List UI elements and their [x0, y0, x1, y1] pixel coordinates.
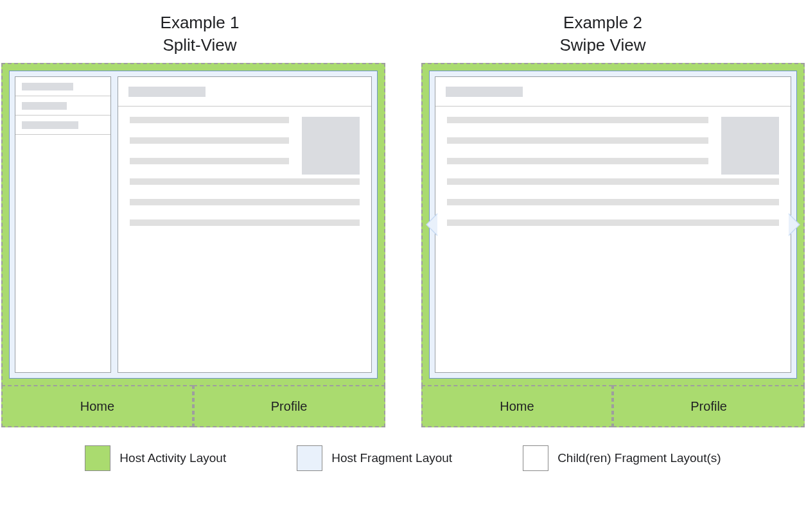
- tab-home-label: Home: [500, 399, 534, 414]
- tab-home[interactable]: Home: [1, 385, 193, 427]
- host-activity-layout-1: [1, 63, 385, 386]
- example2-title-line2: Swipe View: [560, 34, 646, 56]
- legend-item-child-fragment: Child(ren) Fragment Layout(s): [523, 445, 721, 471]
- detail-header: [118, 77, 371, 107]
- titles-row: Example 1 Split-View Example 2 Swipe Vie…: [0, 0, 806, 63]
- placeholder-bar: [22, 121, 78, 129]
- placeholder-line: [447, 158, 709, 164]
- detail-header: [435, 77, 791, 107]
- child-fragment-detail: [118, 76, 372, 373]
- tab-home-label: Home: [80, 399, 114, 414]
- tab-profile-label: Profile: [690, 399, 727, 414]
- placeholder-line: [447, 117, 709, 123]
- placeholder-line: [447, 219, 780, 226]
- list-item: [15, 96, 110, 116]
- host-fragment-layout-1: [9, 71, 378, 379]
- example1: Home Profile: [1, 63, 385, 427]
- legend-swatch-white: [523, 445, 548, 471]
- legend-item-host-fragment: Host Fragment Layout: [297, 445, 452, 471]
- legend-label-host-fragment: Host Fragment Layout: [331, 451, 452, 465]
- tab-profile-label: Profile: [271, 399, 308, 414]
- placeholder-line: [447, 178, 780, 185]
- placeholder-line: [130, 158, 289, 164]
- placeholder-title: [128, 87, 206, 97]
- example1-title: Example 1 Split-View: [161, 12, 240, 56]
- placeholder-bar: [22, 102, 67, 110]
- tab-home[interactable]: Home: [421, 385, 613, 427]
- placeholder-bar: [22, 83, 73, 90]
- placeholder-thumbnail: [302, 117, 360, 175]
- placeholder-line: [130, 137, 289, 144]
- host-fragment-layout-2: [429, 71, 798, 379]
- legend-item-host-activity: Host Activity Layout: [85, 445, 226, 471]
- placeholder-line: [130, 199, 360, 205]
- legend-swatch-blue: [297, 445, 322, 471]
- placeholder-line: [130, 219, 360, 226]
- legend-label-child-fragment: Child(ren) Fragment Layout(s): [557, 451, 721, 465]
- placeholder-line: [447, 137, 709, 144]
- list-item: [15, 116, 110, 135]
- example1-title-line2: Split-View: [161, 34, 240, 56]
- detail-body: [118, 107, 371, 250]
- detail-body: [435, 107, 791, 250]
- child-fragment-list: [15, 76, 111, 373]
- example1-title-line1: Example 1: [161, 12, 240, 34]
- list-item: [15, 77, 110, 96]
- placeholder-title: [446, 87, 523, 97]
- host-activity-layout-2: [421, 63, 805, 386]
- child-fragment-swipe: [435, 76, 792, 373]
- tab-row-1: Home Profile: [1, 386, 385, 427]
- example2-title-line1: Example 2: [560, 12, 646, 34]
- placeholder-line: [130, 178, 360, 185]
- tab-profile[interactable]: Profile: [193, 385, 385, 427]
- legend-label-host-activity: Host Activity Layout: [119, 451, 226, 465]
- example2: Home Profile: [421, 63, 805, 427]
- placeholder-line: [130, 117, 289, 123]
- tab-profile[interactable]: Profile: [613, 385, 805, 427]
- placeholder-line: [447, 199, 780, 205]
- placeholder-thumbnail: [721, 117, 779, 175]
- examples-row: Home Profile: [0, 63, 806, 427]
- legend-swatch-green: [85, 445, 110, 471]
- example2-title: Example 2 Swipe View: [560, 12, 646, 56]
- legend: Host Activity Layout Host Fragment Layou…: [0, 445, 806, 471]
- tab-row-2: Home Profile: [421, 386, 805, 427]
- swipe-right-arrow-icon[interactable]: [789, 213, 800, 236]
